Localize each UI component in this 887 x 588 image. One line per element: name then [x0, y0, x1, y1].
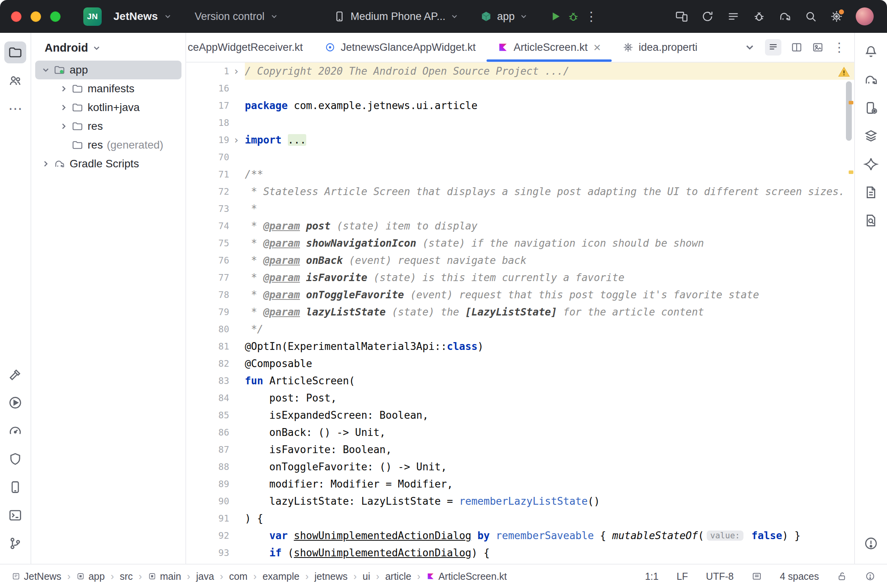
line-separator[interactable]: LF [677, 571, 688, 582]
tree-item-app[interactable]: app [35, 61, 181, 79]
gradle-tool-button[interactable] [860, 69, 882, 91]
device-manager-tool-button[interactable] [4, 476, 26, 498]
gutter[interactable]: 76 [186, 255, 245, 265]
warning-stripe-mark[interactable] [849, 101, 853, 104]
design-view-button[interactable] [812, 41, 824, 53]
gutter[interactable]: 71 [186, 169, 245, 179]
app-quality-insights-tool-button[interactable] [4, 448, 26, 470]
chevron-down-icon[interactable] [270, 12, 278, 21]
close-window-button[interactable] [11, 11, 22, 22]
gutter[interactable]: 93 [186, 548, 245, 558]
gutter[interactable]: 70 [186, 152, 245, 162]
hidden-tabs-chevron-icon[interactable] [744, 41, 756, 53]
avatar[interactable] [856, 7, 874, 25]
inspection-warning-icon[interactable] [838, 66, 850, 78]
gutter[interactable]: 87 [186, 445, 245, 455]
breadcrumb-articlescreen-kt[interactable]: ArticleScreen.kt [426, 571, 507, 582]
breadcrumb-app[interactable]: app [76, 571, 105, 582]
notifications-button[interactable] [860, 41, 882, 63]
search-icon[interactable] [804, 10, 817, 23]
editor-scrollbar[interactable] [846, 81, 852, 141]
gutter[interactable]: 89 [186, 479, 245, 489]
error-indicator-icon[interactable] [865, 571, 875, 581]
breadcrumb-jetnews[interactable]: jetnews [314, 571, 348, 582]
breadcrumb-ui[interactable]: ui [363, 571, 370, 582]
build-variants-icon[interactable] [727, 10, 740, 23]
code-view-button[interactable] [765, 39, 781, 56]
breadcrumb-article[interactable]: article [385, 571, 411, 582]
caret-position[interactable]: 1:1 [645, 571, 659, 582]
fold-arrow-icon[interactable]: › [232, 134, 241, 146]
gutter[interactable]: 16 [186, 83, 245, 93]
gutter[interactable]: 85 [186, 410, 245, 420]
gutter[interactable]: 78 [186, 290, 245, 300]
editor-tab-ceappwidgetreceiver-kt[interactable]: ceAppWidgetReceiver.kt [186, 33, 314, 62]
build-variants-tool-button[interactable] [860, 125, 882, 147]
weak-warning-stripe-mark[interactable] [849, 170, 853, 174]
profiler-tool-button[interactable] [4, 420, 26, 442]
debug-button[interactable] [567, 10, 580, 23]
gutter[interactable]: 18 [186, 118, 245, 128]
running-devices-tool-button[interactable] [860, 97, 882, 119]
gutter[interactable]: 74 [186, 221, 245, 231]
tree-item-manifests[interactable]: manifests [35, 79, 181, 98]
close-tab-icon[interactable]: × [593, 41, 601, 54]
profiler-bug-icon[interactable] [752, 10, 766, 23]
gutter[interactable]: 90 [186, 496, 245, 506]
reader-mode-icon[interactable] [752, 571, 762, 581]
device-selector[interactable]: Medium Phone AP... [333, 10, 459, 23]
settings-icon[interactable] [830, 10, 843, 23]
gutter[interactable]: 86 [186, 427, 245, 437]
gutter[interactable]: 80 [186, 324, 245, 334]
version-control-tool-button[interactable] [4, 532, 26, 554]
code-editor[interactable]: 1›/ Copyright 2020 The Android Open Sour… [186, 63, 854, 564]
zoom-window-button[interactable] [50, 11, 61, 22]
terminal-tool-button[interactable] [4, 504, 26, 526]
gutter[interactable]: 73 [186, 204, 245, 214]
chevron-right-icon[interactable] [59, 84, 69, 94]
gutter[interactable]: 79 [186, 307, 245, 317]
project-tool-button[interactable] [4, 41, 26, 63]
gradle-elephant-icon[interactable] [778, 10, 792, 23]
run-button[interactable] [549, 10, 562, 23]
pull-requests-tool-button[interactable] [4, 70, 26, 91]
vcs-menu[interactable]: Version control [195, 11, 265, 23]
gutter[interactable]: 77 [186, 272, 245, 283]
project-view-selector[interactable]: Android [31, 38, 185, 61]
editor-tab-idea-properti[interactable]: idea.properti [612, 33, 708, 62]
fold-arrow-icon[interactable]: › [232, 65, 241, 77]
more-tool-windows-button[interactable]: ⋯ [4, 98, 26, 120]
gutter[interactable]: 81 [186, 341, 245, 351]
gutter[interactable]: 1› [186, 65, 245, 77]
gutter[interactable]: 84 [186, 393, 245, 403]
tree-item-gradle-scripts[interactable]: Gradle Scripts [35, 154, 181, 173]
breadcrumb-example[interactable]: example [262, 571, 300, 582]
gutter[interactable]: 88 [186, 462, 245, 472]
sync-project-icon[interactable] [701, 10, 714, 23]
editor-tab-jetnewsglanceappwidget-kt[interactable]: JetnewsGlanceAppWidget.kt [314, 33, 487, 62]
logcat-tool-button[interactable] [860, 181, 882, 203]
gutter[interactable]: 19› [186, 134, 245, 146]
gutter[interactable]: 82 [186, 359, 245, 369]
tab-options-icon[interactable]: ⋮ [833, 41, 846, 54]
run-tool-button[interactable] [4, 392, 26, 414]
gutter[interactable]: 91 [186, 513, 245, 523]
editor-tab-articlescreen-kt[interactable]: ArticleScreen.kt× [487, 33, 612, 62]
gutter[interactable]: 72 [186, 186, 245, 197]
device-mirroring-icon[interactable] [675, 10, 688, 23]
breadcrumb-java[interactable]: java [196, 571, 214, 582]
breadcrumb-com[interactable]: com [229, 571, 248, 582]
chevron-down-icon[interactable] [41, 65, 51, 75]
gutter[interactable]: 92 [186, 531, 245, 541]
chevron-right-icon[interactable] [41, 159, 51, 169]
chevron-right-icon[interactable] [59, 121, 69, 131]
build-tool-button[interactable] [4, 364, 26, 385]
minimize-window-button[interactable] [31, 11, 41, 22]
indent-setting[interactable]: 4 spaces [780, 571, 819, 582]
tree-item-kotlin-java[interactable]: kotlin+java [35, 98, 181, 117]
file-encoding[interactable]: UTF-8 [706, 571, 734, 582]
gutter[interactable]: 75 [186, 238, 245, 248]
more-run-options-icon[interactable]: ⋮ [585, 10, 598, 23]
breadcrumb-jetnews[interactable]: JetNews [12, 571, 61, 582]
problems-tool-button[interactable] [860, 532, 882, 554]
